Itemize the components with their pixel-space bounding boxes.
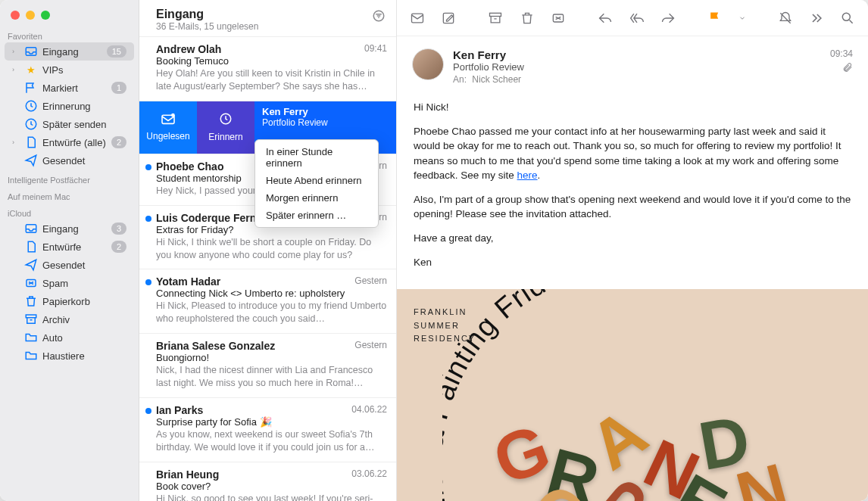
sidebar-item-icloud-drafts[interactable]: › Entwürfe 2 <box>5 238 134 256</box>
message-row[interactable]: Briana Salese GonzalezGestern Buongiorno… <box>139 334 396 398</box>
trash-icon <box>24 294 38 308</box>
sidebar-badge: 2 <box>111 241 126 253</box>
junk-icon[interactable] <box>550 10 566 26</box>
clock-icon <box>24 117 38 131</box>
sidebar-label: Haustiere <box>42 350 126 362</box>
sidebar-item-icloud-archive[interactable]: › Archiv <box>5 310 134 328</box>
sidebar-item-sent[interactable]: › Gesendet <box>5 151 134 170</box>
sidebar-item-vips[interactable]: › ★ VIPs <box>5 61 134 79</box>
flag-icon[interactable] <box>707 10 723 26</box>
sidebar-item-icloud-auto[interactable]: › Auto <box>5 328 134 347</box>
search-icon[interactable] <box>840 10 856 26</box>
remind-menu-item[interactable]: Morgen erinnern <box>255 189 378 207</box>
archive-icon <box>24 313 38 326</box>
sidebar-item-drafts-all[interactable]: › Entwürfe (alle) 2 <box>5 133 134 151</box>
sidebar-badge: 3 <box>111 222 126 235</box>
reply-all-icon[interactable] <box>629 10 645 26</box>
message-sender: Andrew Olah <box>156 43 221 55</box>
clock-icon <box>24 99 38 113</box>
flag-icon <box>24 81 38 95</box>
message-time: 04.06.22 <box>351 404 387 416</box>
message-sender: Ken Ferry <box>262 106 389 117</box>
zoom-window-button[interactable] <box>41 11 50 20</box>
trash-icon[interactable] <box>519 10 535 26</box>
attachment-icon[interactable] <box>830 62 853 75</box>
svg-rect-5 <box>26 315 36 318</box>
remind-menu-item[interactable]: Später erinnern … <box>255 207 378 224</box>
message-sender: Ian Parks <box>156 404 203 416</box>
mailbox-title: Eingang <box>156 8 258 21</box>
message-preview: As you know, next weekend is our sweet S… <box>156 428 387 454</box>
message-sender: Brian Heung <box>156 468 219 481</box>
sidebar-label: Eingang <box>42 46 102 58</box>
folder-icon <box>24 331 38 344</box>
message-time: Gestern <box>354 340 387 352</box>
sidebar-badge: 1 <box>111 82 126 94</box>
message-preview: Hi Nick, I think we'll be short a couple… <box>156 236 387 262</box>
mute-icon[interactable] <box>777 10 793 26</box>
sidebar-item-reminder[interactable]: › Erinnerung <box>5 97 134 115</box>
sidebar-label: Gesendet <box>42 260 126 271</box>
swipe-unread-button[interactable]: Ungelesen <box>139 101 197 154</box>
paperplane-icon <box>24 258 38 272</box>
mailbox-subtitle: 36 E-Mails, 15 ungelesen <box>156 21 258 32</box>
chevron-right-icon: › <box>12 138 20 146</box>
sidebar-item-icloud-pets[interactable]: › Haustiere <box>5 347 134 365</box>
message-sender: Yotam Hadar <box>156 275 220 288</box>
header-sender: Ken Ferry <box>453 48 821 61</box>
sidebar-item-send-later[interactable]: › Später senden <box>5 115 134 133</box>
filter-icon[interactable] <box>372 8 386 26</box>
more-icon[interactable] <box>808 10 824 26</box>
sidebar-item-icloud-sent[interactable]: › Gesendet <box>5 256 134 274</box>
body-link[interactable]: here <box>517 170 538 181</box>
message-row[interactable]: Brian Heung03.06.22 Book cover? Hi Nick,… <box>139 462 396 501</box>
remind-menu-item[interactable]: Heute Abend erinnern <box>255 172 378 189</box>
sidebar-section-icloud: iCloud <box>0 203 139 219</box>
sidebar-section-favorites: Favoriten <box>0 26 139 42</box>
message-list-header: Eingang 36 E-Mails, 15 ungelesen <box>139 0 396 37</box>
message-subject: Surprise party for Sofia 🎉 <box>156 416 387 428</box>
message-row[interactable]: Andrew Olah09:41 Booking Temuco Hey Olah… <box>139 37 396 101</box>
unread-indicator-icon <box>145 216 151 222</box>
sidebar-label: Später senden <box>42 119 126 130</box>
message-subject: Booking Temuco <box>156 55 387 67</box>
folder-icon <box>24 349 38 363</box>
swipe-remind-label: Erinnern <box>208 132 242 142</box>
chevron-down-icon[interactable] <box>738 10 746 26</box>
message-time: 03.06.22 <box>351 468 387 481</box>
sidebar-label: Archiv <box>42 314 126 325</box>
sidebar-label: Auto <box>42 332 126 344</box>
sidebar-item-icloud-inbox[interactable]: › Eingang 3 <box>5 219 134 238</box>
message-preview: Hey Olah! Are you still keen to visit Kr… <box>156 67 387 93</box>
sidebar-item-inbox[interactable]: › Eingang 15 <box>5 42 134 61</box>
sidebar-item-icloud-spam[interactable]: › Spam <box>5 274 134 292</box>
close-window-button[interactable] <box>11 11 20 20</box>
message-row[interactable]: Yotam HadarGestern Connecting Nick <> Um… <box>139 269 396 334</box>
reading-pane: Ken Ferry Portfolio Review An: Nick Sche… <box>397 0 868 501</box>
sidebar-label: VIPs <box>42 64 126 76</box>
sidebar-item-flagged[interactable]: › Markiert 1 <box>5 79 134 97</box>
unread-indicator-icon <box>145 164 151 170</box>
clock-icon <box>219 112 233 129</box>
sidebar-label: Eingang <box>42 223 107 235</box>
header-subject: Portfolio Review <box>453 61 821 73</box>
sidebar: Favoriten › Eingang 15 › ★ VIPs › Markie… <box>0 0 139 501</box>
swipe-remind-button[interactable]: Erinnern <box>197 101 254 154</box>
body-greeting: Hi Nick! <box>414 100 851 115</box>
remind-menu-item[interactable]: In einer Stunde erinnern <box>255 143 378 172</box>
message-row[interactable]: Ian Parks04.06.22 Surprise party for Sof… <box>139 398 396 462</box>
to-label: An: <box>453 74 467 85</box>
svg-point-14 <box>843 13 851 20</box>
message-subject: Connecting Nick <> Umberto re: upholster… <box>156 288 387 299</box>
invitation-attachment: FRANKLIN SUMMER RESIDENCY Ceramics & Pai… <box>397 289 868 501</box>
forward-icon[interactable] <box>660 10 676 26</box>
sidebar-item-icloud-trash[interactable]: › Papierkorb <box>5 292 134 310</box>
remind-menu: In einer Stunde erinnern Heute Abend eri… <box>254 139 379 228</box>
compose-icon[interactable] <box>440 10 456 26</box>
archive-icon[interactable] <box>488 10 504 26</box>
minimize-window-button[interactable] <box>26 11 35 20</box>
message-time: 09:41 <box>364 43 387 55</box>
new-mail-icon[interactable] <box>409 10 425 26</box>
message-preview: Nick, I had the nicest dinner with Lia a… <box>156 364 387 390</box>
reply-icon[interactable] <box>598 10 614 26</box>
